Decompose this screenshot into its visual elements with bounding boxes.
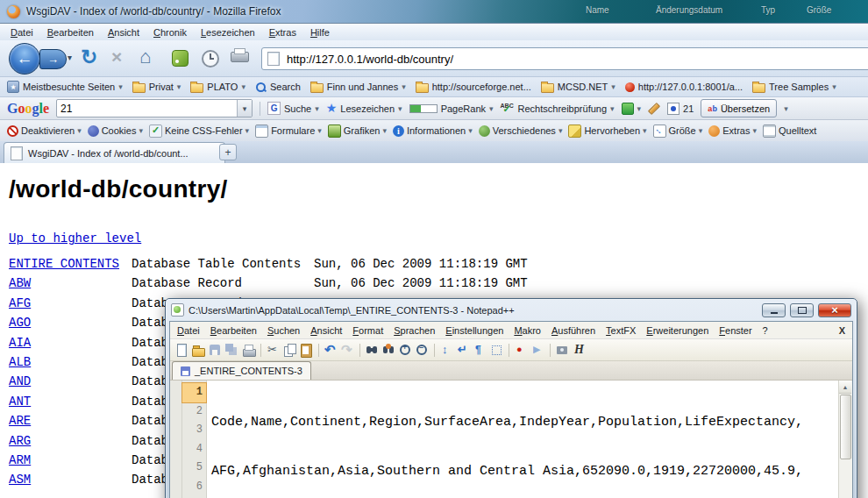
menu-chronik[interactable]: Chronik [146, 25, 194, 39]
autofill-button[interactable] [622, 103, 642, 115]
cut-icon[interactable] [266, 343, 281, 358]
indent-guide-icon[interactable] [489, 343, 504, 358]
npp-menu-sprachen[interactable]: Sprachen [388, 324, 440, 338]
firefox-titlebar[interactable]: WsgiDAV - Index of /world-db/country/ - … [0, 0, 868, 24]
webdev-quelltext[interactable]: Quelltext [763, 125, 816, 138]
npp-menu-einstellungen[interactable]: Einstellungen [440, 324, 509, 338]
npp-menu-fenster[interactable]: Fenster [714, 324, 757, 338]
listing-name-link[interactable]: AIA [9, 333, 132, 352]
print-icon[interactable] [241, 343, 256, 358]
listing-name-link[interactable]: ARM [9, 451, 132, 470]
pagerank-widget[interactable]: PageRank [409, 103, 494, 114]
listing-name-link[interactable]: AND [9, 372, 132, 391]
vertical-scrollbar[interactable] [838, 381, 852, 498]
sync-scroll-icon[interactable] [439, 343, 454, 358]
editor[interactable]: 1 2 3 4 5 6 Code,Name,Continent,Region,S… [170, 381, 852, 498]
npp-menu-format[interactable]: Format [347, 324, 388, 338]
menu-lesezeichen[interactable]: Lesezeichen [194, 25, 262, 39]
stop-button[interactable] [111, 46, 122, 68]
bookmark-finn-und-jannes[interactable]: Finn und Jannes [310, 82, 406, 93]
history-dropdown-icon[interactable] [68, 53, 72, 62]
webdev-verschiedenes[interactable]: Verschiedenes [479, 125, 563, 137]
bookmark-privat[interactable]: Privat [132, 82, 181, 93]
undo-icon[interactable] [324, 343, 338, 358]
webdev-deaktivieren[interactable]: Deaktivieren [7, 125, 82, 137]
history-clock-icon[interactable] [202, 50, 219, 68]
redo-icon[interactable] [340, 343, 355, 358]
npp-menu-bearbeiten[interactable]: Bearbeiten [205, 324, 262, 338]
bookmark-tree-samples[interactable]: Tree Samples [752, 82, 836, 93]
menu-extras[interactable]: Extras [262, 25, 303, 39]
up-to-higher-level-link[interactable]: Up to higher level [9, 231, 141, 245]
bookmark-sourceforge[interactable]: http://sourceforge.net... [416, 82, 531, 93]
listing-name-link[interactable]: ANT [9, 392, 132, 411]
listing-name-link[interactable]: AFG [9, 294, 132, 313]
menu-hilfe[interactable]: Hilfe [303, 25, 337, 39]
chevron-down-icon[interactable] [784, 104, 788, 113]
replace-icon[interactable] [381, 343, 396, 358]
bookmark-margin[interactable] [170, 381, 182, 498]
word-wrap-icon[interactable] [456, 343, 471, 358]
minimize-button[interactable] [762, 303, 786, 317]
new-file-icon[interactable] [174, 343, 189, 358]
npp-menu-suchen[interactable]: Suchen [262, 324, 305, 338]
show-all-chars-icon[interactable] [473, 343, 487, 358]
scrollbar-thumb[interactable] [840, 395, 851, 459]
copy-icon[interactable] [282, 343, 297, 358]
webdev-hervorheben[interactable]: Hervorheben [568, 125, 646, 138]
zoom-in-icon[interactable] [398, 343, 413, 358]
listing-name-link[interactable]: ARG [9, 431, 132, 451]
menu-bearbeiten[interactable]: Bearbeiten [40, 25, 101, 39]
webdev-grafiken[interactable]: Grafiken [328, 125, 387, 138]
bookmark-most-visited[interactable]: Meistbesuchte Seiten [7, 81, 123, 93]
new-tab-button[interactable]: + [219, 144, 237, 160]
record-macro-icon[interactable] [514, 343, 529, 358]
print-icon[interactable] [231, 52, 249, 62]
tab-entire-contents[interactable]: _ENTIRE_CONTENTS-3 [172, 361, 311, 380]
npp-menu-ansicht[interactable]: Ansicht [305, 324, 347, 338]
listing-name-link[interactable]: ENTIRE CONTENTS [9, 254, 132, 274]
play-macro-icon[interactable] [530, 343, 545, 358]
menu-datei[interactable]: Datei [4, 25, 40, 39]
save-icon[interactable] [208, 343, 223, 358]
counter-widget[interactable]: 21 [667, 103, 694, 115]
google-search-input[interactable] [57, 102, 237, 116]
forward-button[interactable] [39, 49, 67, 69]
webdev-css[interactable]: Keine CSS-Fehler [149, 125, 249, 138]
screenshot-icon[interactable] [555, 343, 570, 358]
listing-name-link[interactable]: ARE [9, 411, 132, 430]
search-dropdown-icon[interactable] [237, 100, 252, 117]
zoom-out-icon[interactable] [415, 343, 430, 358]
bookmark-plato[interactable]: PLATO [190, 82, 245, 93]
webdev-informationen[interactable]: Informationen [393, 125, 473, 137]
edit-button[interactable] [648, 106, 660, 111]
save-all-icon[interactable] [224, 343, 239, 358]
url-bar[interactable] [261, 47, 868, 70]
find-icon[interactable] [365, 343, 380, 358]
npp-menu-textfx[interactable]: TextFX [601, 324, 641, 338]
close-button[interactable] [818, 303, 851, 317]
feed-icon[interactable] [172, 50, 189, 67]
reload-button[interactable] [81, 46, 97, 69]
listing-name-link[interactable]: AGO [9, 313, 132, 332]
notepad-titlebar[interactable]: C:\Users\Martin\AppData\Local\Temp\_ENTI… [169, 299, 853, 321]
html-preview-icon[interactable] [572, 343, 587, 358]
uebersetzen-button[interactable]: abÜbersetzen [701, 99, 777, 117]
listing-name-link[interactable]: ASM [9, 470, 132, 489]
bookmark-localhost-8001[interactable]: http://127.0.0.1:8001/a... [625, 82, 743, 92]
spellcheck-button[interactable]: ABCRechtschreibprüfung [501, 103, 615, 115]
npp-menu-datei[interactable]: Datei [172, 324, 205, 338]
webdev-cookies[interactable]: Cookies [88, 125, 143, 137]
bookmark-search[interactable]: Search [255, 82, 301, 93]
listing-name-link[interactable]: ABW [9, 274, 132, 293]
webdev-groesse[interactable]: Größe [653, 125, 703, 138]
menu-ansicht[interactable]: Ansicht [101, 25, 146, 39]
npp-menu-makro[interactable]: Makro [509, 324, 546, 338]
webdev-formulare[interactable]: Formulare [255, 125, 322, 138]
code-area[interactable]: Code,Name,Continent,Region,SurfaceArea,I… [207, 381, 838, 498]
bookmark-mcsd-net[interactable]: MCSD.NET [541, 82, 615, 93]
npp-menu-erweiterungen[interactable]: Erweiterungen [641, 324, 714, 338]
google-suche-button[interactable]: GSuche [267, 102, 319, 115]
google-search-box[interactable] [56, 99, 253, 117]
tab-wsgidav[interactable]: WsgiDAV - Index of /world-db/count... [4, 142, 225, 163]
